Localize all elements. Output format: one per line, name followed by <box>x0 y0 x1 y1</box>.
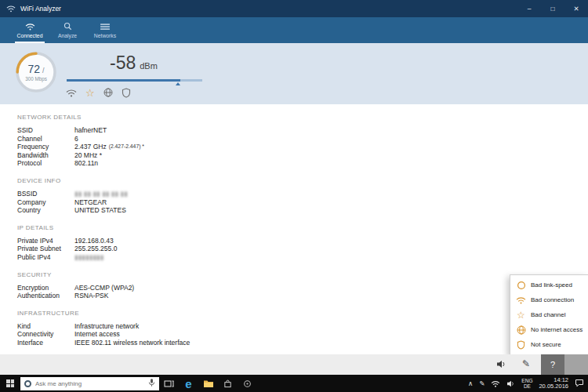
link-speed-value: 72 <box>27 63 40 75</box>
close-button[interactable]: ✕ <box>564 0 588 17</box>
row-label: Company <box>17 198 74 207</box>
star-icon: ☆ <box>516 310 526 320</box>
row-value: 255.255.255.0 <box>74 245 117 253</box>
edit-button[interactable]: ✎ <box>522 358 530 369</box>
tab-label: Analyze <box>58 33 77 38</box>
app-wifi-icon <box>6 5 16 13</box>
pinned-app-icon[interactable] <box>238 375 257 392</box>
speed-ring-icon <box>516 281 526 290</box>
tab-networks[interactable]: Networks <box>86 17 124 43</box>
legend-label: Bad connection <box>531 296 574 303</box>
detail-row: KindInfrastructure network <box>17 322 588 331</box>
detail-row: AuthenticationRSNA-PSK <box>17 292 588 300</box>
system-tray: ∧ ✎ ENG DE 14:12 20.05.2016 <box>468 376 588 390</box>
signal-strength: -58 dBm <box>110 53 158 74</box>
row-value: 192.168.0.43 <box>74 237 114 245</box>
row-label: Authentication <box>17 292 74 300</box>
row-value: hafnerNET <box>74 126 107 135</box>
taskbar-search[interactable] <box>20 377 159 390</box>
network-tray-icon[interactable] <box>491 376 500 390</box>
signal-marker-icon <box>176 82 180 85</box>
section-device-info: DEVICE INFO BSSID▮▮ ▮▮ ▮▮ ▮▮ ▮▮ ▮▮ Compa… <box>17 177 588 215</box>
help-button-zone: ? <box>541 354 588 375</box>
row-note: (2.427-2.447) * <box>109 143 144 151</box>
tab-label: Networks <box>94 33 116 38</box>
row-label: Private IPv4 <box>17 237 74 245</box>
section-title: IP DETAILS <box>17 224 588 231</box>
detail-row: Bandwidth20 MHz * <box>17 151 588 160</box>
row-value: 2.437 GHz <box>74 143 107 151</box>
legend-label: Not secure <box>531 341 561 348</box>
language-secondary: DE <box>521 383 532 390</box>
row-label: Channel <box>17 135 74 143</box>
tab-analyze[interactable]: Analyze <box>49 17 86 43</box>
legend-item-bad-connection: Bad connection <box>510 292 588 307</box>
section-title: SECURITY <box>17 271 588 278</box>
row-label: Public IPv4 <box>17 253 74 262</box>
volume-tray-icon[interactable] <box>506 376 515 390</box>
row-value-redacted: ▮▮ ▮▮ ▮▮ ▮▮ ▮▮ ▮▮ <box>74 190 128 198</box>
row-label: BSSID <box>17 190 74 198</box>
link-speed-separator: / <box>42 67 45 74</box>
search-input[interactable] <box>35 380 148 387</box>
taskbar-clock[interactable]: 14:12 20.05.2016 <box>539 377 568 390</box>
row-label: Country <box>17 206 74 215</box>
legend-item-bad-channel: ☆ Bad channel <box>510 307 588 322</box>
language-primary: ENG <box>521 378 532 384</box>
detail-row: Private IPv4192.168.0.43 <box>17 237 588 245</box>
row-value-redacted: ▮▮▮▮▮▮▮▮ <box>74 253 103 262</box>
detail-row: EncryptionAES-CCMP (WPA2) <box>17 284 588 292</box>
detail-row: Private Subnet255.255.255.0 <box>17 245 588 253</box>
section-infrastructure: INFRASTRUCTURE KindInfrastructure networ… <box>17 310 588 347</box>
legend-item-no-internet: No internet access <box>510 322 588 337</box>
clock-date: 20.05.2016 <box>539 383 568 390</box>
detail-row: CompanyNETGEAR <box>17 198 588 207</box>
detail-row: Protocol802.11n <box>17 159 588 168</box>
task-view-button[interactable] <box>159 375 179 392</box>
wifi-analyzer-window: WiFi Analyzer – □ ✕ Connected Analyze Ne… <box>0 0 588 392</box>
legend-item-bad-link-speed: Bad link-speed <box>510 278 588 292</box>
volume-button[interactable] <box>496 360 506 368</box>
app-command-bar: ✎ ? <box>0 354 588 375</box>
detail-row: Frequency2.437 GHz(2.427-2.447) * <box>17 143 588 151</box>
detail-row: CountryUNITED STATES <box>17 206 588 215</box>
row-value: 6 <box>74 135 78 143</box>
row-value: NETGEAR <box>74 198 107 207</box>
show-hidden-icons-chevron-icon[interactable]: ∧ <box>468 380 473 387</box>
action-center-icon[interactable] <box>575 376 584 390</box>
minimize-button[interactable]: – <box>517 0 541 17</box>
legend-label: Bad link-speed <box>531 281 572 289</box>
wifi-icon <box>516 296 526 304</box>
shield-icon <box>516 340 526 350</box>
row-label: SSID <box>17 126 74 135</box>
signal-unit: dBm <box>140 61 158 71</box>
section-title: NETWORK DETAILS <box>17 114 588 121</box>
windows-logo-icon <box>6 379 14 387</box>
legend-label: Bad channel <box>531 311 565 318</box>
tab-connected[interactable]: Connected <box>11 17 49 43</box>
help-legend-flyout: Bad link-speed Bad connection ☆ Bad chan… <box>510 274 588 355</box>
edge-browser-icon[interactable]: e <box>179 375 198 392</box>
row-label: Bandwidth <box>17 151 74 160</box>
microphone-icon[interactable] <box>148 376 155 390</box>
legend-item-not-secure: Not secure <box>510 337 588 352</box>
connection-wifi-icon <box>66 89 77 97</box>
help-button[interactable]: ? <box>541 354 564 375</box>
detail-row: ConnectivityInternet access <box>17 330 588 339</box>
signal-value: -58 <box>110 53 136 74</box>
pen-input-icon[interactable]: ✎ <box>479 380 485 387</box>
link-speed-gauge: 72 / 300 Mbps <box>14 50 58 94</box>
row-label: Kind <box>17 322 74 331</box>
store-icon[interactable] <box>218 375 238 392</box>
maximize-button[interactable]: □ <box>541 0 564 17</box>
tab-bar: Connected Analyze Networks <box>0 17 588 43</box>
file-explorer-icon[interactable] <box>198 375 218 392</box>
row-value: Infrastructure network <box>74 322 139 331</box>
internet-globe-icon <box>103 88 113 97</box>
start-button[interactable] <box>0 375 20 392</box>
section-network-details: NETWORK DETAILS SSIDhafnerNET Channel6 F… <box>17 114 588 168</box>
edge-glyph: e <box>185 378 191 390</box>
language-indicator[interactable]: ENG DE <box>521 378 532 390</box>
row-label: Protocol <box>17 159 74 168</box>
list-icon <box>100 23 110 31</box>
